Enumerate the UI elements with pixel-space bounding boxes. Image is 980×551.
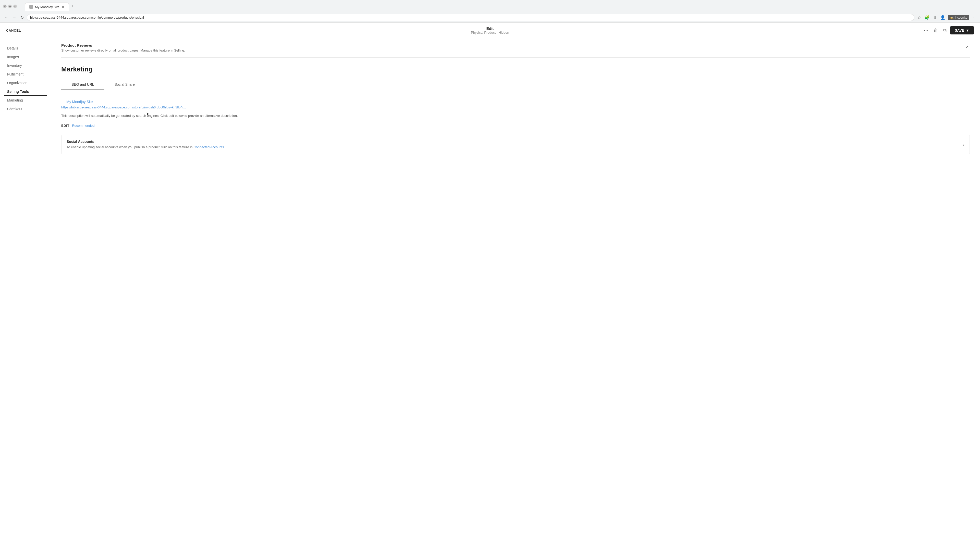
tab-social-share[interactable]: Social Share xyxy=(104,79,145,90)
tab-favicon xyxy=(29,5,33,9)
address-text: hibiscus-seabass-6444.squarespace.com/co… xyxy=(30,16,911,19)
tab-seo-and-url[interactable]: SEO and URL xyxy=(61,79,104,90)
top-bar: CANCEL Edit Physical Product - Hidden ⋯ … xyxy=(0,23,980,38)
page-title: Edit xyxy=(471,26,509,30)
page-subtitle: Physical Product - Hidden xyxy=(471,30,509,35)
chevron-right-icon: › xyxy=(963,142,964,147)
window-minimize-button[interactable]: — xyxy=(8,5,12,8)
top-bar-actions: ⋯ 🗑 ⧉ SAVE ▼ xyxy=(922,26,974,35)
cancel-button[interactable]: CANCEL xyxy=(6,29,21,32)
duplicate-button[interactable]: ⧉ xyxy=(942,26,948,35)
social-accounts-text: Social Accounts To enable updating socia… xyxy=(67,140,225,150)
save-button[interactable]: SAVE ▼ xyxy=(950,26,974,35)
save-chevron-icon: ▼ xyxy=(966,28,969,32)
window-maximize-button[interactable]: □ xyxy=(13,5,17,8)
new-tab-button[interactable]: + xyxy=(69,2,76,11)
sidebar-item-inventory[interactable]: Inventory xyxy=(4,62,47,70)
save-label: SAVE xyxy=(955,28,964,32)
more-options-button[interactable]: ⋯ xyxy=(922,26,930,35)
address-bar[interactable]: hibiscus-seabass-6444.squarespace.com/co… xyxy=(27,14,915,21)
edit-row: EDIT Recommended xyxy=(61,124,970,127)
sidebar-item-checkout[interactable]: Checkout xyxy=(4,105,47,113)
extensions-button[interactable]: 🧩 xyxy=(924,14,931,21)
social-accounts-section[interactable]: Social Accounts To enable updating socia… xyxy=(61,135,970,155)
tab-title: My Moodjoy Site xyxy=(35,5,59,9)
reload-button[interactable]: ↻ xyxy=(19,14,25,21)
profile-button[interactable]: 👤 xyxy=(939,14,946,21)
seo-content: — My Moodjoy Site https://hibiscus-seaba… xyxy=(61,97,970,157)
incognito-badge: 🕵️ Incognito xyxy=(948,15,969,20)
external-link-button[interactable]: ↗ xyxy=(964,43,970,51)
site-link: — My Moodjoy Site xyxy=(61,100,970,104)
product-reviews-description: Show customer reviews directly on all pr… xyxy=(61,48,185,52)
incognito-icon: 🕵️ xyxy=(950,16,954,19)
forward-button[interactable]: → xyxy=(11,14,18,21)
product-reviews-section: Product Reviews Show customer reviews di… xyxy=(61,38,970,58)
sidebar-item-details[interactable]: Details xyxy=(4,44,47,52)
site-name-link[interactable]: My Moodjoy Site xyxy=(66,100,93,104)
sidebar: Details Images Inventory Fulfillment Org… xyxy=(0,38,51,551)
more-options-button[interactable]: ⋮ xyxy=(971,14,977,21)
tabs-container: SEO and URL Social Share xyxy=(61,79,970,90)
product-reviews-text: Product Reviews Show customer reviews di… xyxy=(61,43,185,52)
bookmark-button[interactable]: ☆ xyxy=(916,14,922,21)
site-link-prefix: — xyxy=(61,100,65,104)
sidebar-item-organization[interactable]: Organization xyxy=(4,79,47,87)
sidebar-item-fulfillment[interactable]: Fulfillment xyxy=(4,70,47,78)
main-layout: Details Images Inventory Fulfillment Org… xyxy=(0,38,980,551)
product-reviews-title: Product Reviews xyxy=(61,43,185,48)
top-bar-center: Edit Physical Product - Hidden xyxy=(471,26,509,35)
tab-close-button[interactable]: ✕ xyxy=(62,5,65,9)
site-url-link[interactable]: https://hibiscus-seabass-6444.squarespac… xyxy=(61,105,970,109)
seo-description: This description will automatically be g… xyxy=(61,113,970,119)
back-button[interactable]: ← xyxy=(3,14,9,21)
selling-link[interactable]: Selling xyxy=(174,48,184,52)
marketing-title: Marketing xyxy=(61,65,970,73)
social-accounts-title: Social Accounts xyxy=(67,140,225,144)
sidebar-item-marketing[interactable]: Marketing xyxy=(4,96,47,104)
marketing-section: Marketing SEO and URL Social Share — My … xyxy=(61,58,970,165)
browser-tab[interactable]: My Moodjoy Site ✕ xyxy=(25,3,69,11)
recommended-badge[interactable]: Recommended xyxy=(72,124,94,127)
social-accounts-description: To enable updating social accounts when … xyxy=(67,144,225,150)
window-close-button[interactable]: ✕ xyxy=(3,5,6,8)
content-area: Product Reviews Show customer reviews di… xyxy=(51,38,980,551)
incognito-label: Incognito xyxy=(955,16,967,19)
edit-label: EDIT xyxy=(61,124,69,127)
delete-button[interactable]: 🗑 xyxy=(932,26,940,35)
connected-accounts-link[interactable]: Connected Accounts xyxy=(193,145,224,149)
sidebar-item-selling-tools[interactable]: Selling Tools xyxy=(4,87,47,96)
download-button[interactable]: ⬇ xyxy=(932,14,938,21)
sidebar-item-images[interactable]: Images xyxy=(4,53,47,61)
